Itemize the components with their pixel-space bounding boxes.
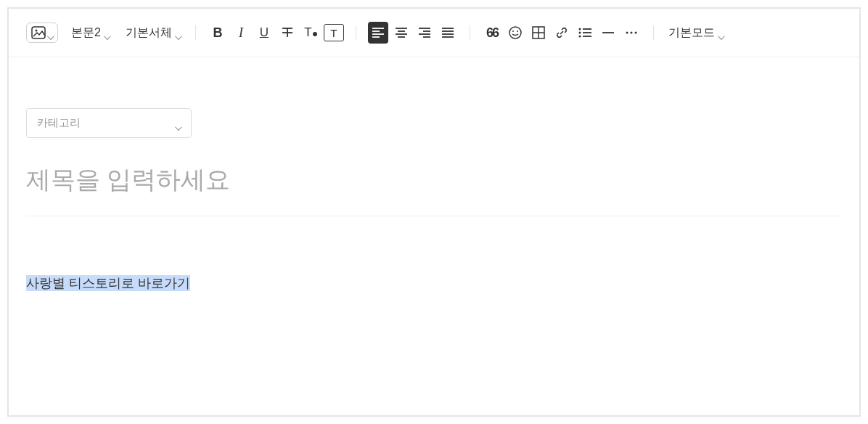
blockquote-button[interactable]: 66 bbox=[482, 22, 502, 44]
category-placeholder: 카테고리 bbox=[37, 116, 81, 130]
link-button[interactable] bbox=[552, 22, 572, 44]
clear-format-icon: T bbox=[330, 27, 337, 39]
clear-format-button[interactable]: T bbox=[324, 24, 344, 41]
chevron-down-icon bbox=[104, 30, 110, 36]
hr-icon bbox=[601, 27, 615, 38]
svg-point-34 bbox=[626, 32, 628, 34]
more-icon bbox=[624, 27, 639, 38]
title-input[interactable] bbox=[26, 158, 842, 216]
italic-icon: I bbox=[239, 25, 243, 41]
chevron-down-icon bbox=[175, 121, 181, 126]
svg-point-31 bbox=[578, 36, 581, 38]
underline-button[interactable]: U bbox=[254, 22, 274, 44]
editor-body[interactable]: 사랑별 티스토리로 바로가기 bbox=[26, 274, 842, 292]
align-center-icon bbox=[395, 27, 408, 38]
font-family-dropdown[interactable]: 기본서체 bbox=[123, 22, 184, 44]
font-family-label: 기본서체 bbox=[126, 25, 172, 41]
horizontal-rule-button[interactable] bbox=[598, 22, 618, 44]
table-icon bbox=[532, 26, 545, 39]
underline-icon: U bbox=[260, 25, 269, 40]
editor-mode-label: 기본모드 bbox=[668, 25, 715, 41]
align-right-icon bbox=[418, 27, 431, 38]
bold-icon: B bbox=[213, 25, 222, 41]
svg-point-27 bbox=[578, 28, 581, 30]
image-icon bbox=[31, 26, 46, 39]
italic-button[interactable]: I bbox=[231, 22, 251, 44]
emoji-icon bbox=[508, 25, 523, 40]
content-area: 카테고리 사랑별 티스토리로 바로가기 bbox=[9, 57, 859, 292]
svg-point-36 bbox=[634, 32, 636, 34]
chevron-down-icon bbox=[718, 30, 724, 36]
svg-point-21 bbox=[509, 27, 521, 38]
paragraph-style-label: 본문2 bbox=[71, 25, 101, 41]
align-justify-icon bbox=[441, 27, 454, 38]
toolbar: 본문2 기본서체 B I U bbox=[9, 9, 859, 57]
chevron-down-icon bbox=[175, 30, 181, 36]
align-center-button[interactable] bbox=[391, 22, 412, 44]
text-color-button[interactable]: T bbox=[300, 22, 321, 44]
svg-point-23 bbox=[517, 30, 518, 32]
svg-point-22 bbox=[512, 30, 514, 32]
link-icon bbox=[554, 25, 569, 40]
strikethrough-button[interactable] bbox=[277, 22, 298, 44]
separator bbox=[356, 25, 356, 40]
separator bbox=[470, 25, 470, 40]
editor-mode-dropdown[interactable]: 기본모드 bbox=[666, 22, 726, 44]
align-justify-button[interactable] bbox=[438, 22, 458, 44]
align-left-button[interactable] bbox=[368, 22, 388, 44]
category-dropdown[interactable]: 카테고리 bbox=[26, 108, 192, 138]
selected-link-text[interactable]: 사랑별 티스토리로 바로가기 bbox=[26, 275, 190, 291]
emoji-button[interactable] bbox=[505, 22, 525, 44]
strikethrough-icon bbox=[281, 26, 294, 39]
editor-frame: 본문2 기본서체 B I U bbox=[7, 7, 861, 417]
align-right-button[interactable] bbox=[414, 22, 435, 44]
align-left-icon bbox=[372, 27, 385, 38]
separator bbox=[653, 25, 654, 40]
paragraph-style-dropdown[interactable]: 본문2 bbox=[68, 22, 112, 44]
list-icon bbox=[578, 27, 592, 38]
svg-point-29 bbox=[578, 32, 581, 34]
svg-point-35 bbox=[630, 32, 632, 34]
table-button[interactable] bbox=[528, 22, 549, 44]
more-button[interactable] bbox=[621, 22, 642, 44]
quote-icon: 66 bbox=[486, 25, 498, 41]
bold-button[interactable]: B bbox=[208, 22, 228, 44]
separator bbox=[195, 25, 196, 40]
svg-point-1 bbox=[36, 30, 38, 32]
chevron-down-icon bbox=[47, 30, 53, 36]
bullet-list-button[interactable] bbox=[575, 22, 595, 44]
text-color-icon: T bbox=[304, 25, 316, 40]
insert-image-button[interactable] bbox=[26, 23, 58, 43]
